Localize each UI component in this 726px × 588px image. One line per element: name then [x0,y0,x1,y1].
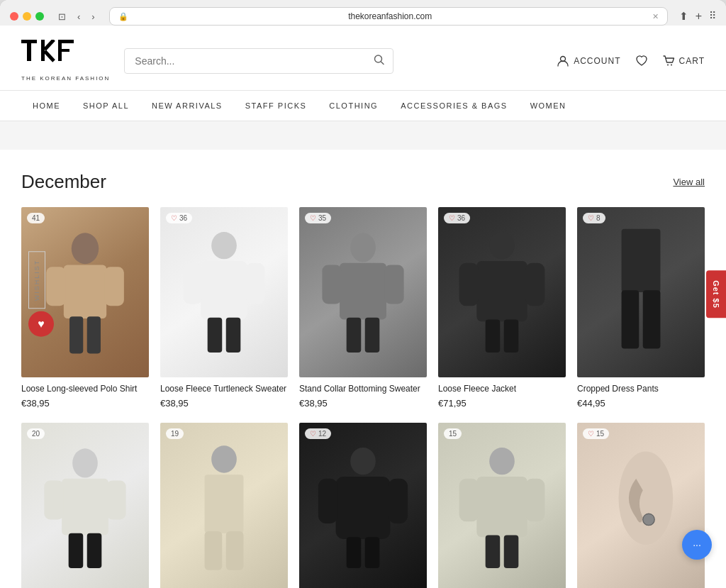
svg-rect-60 [486,535,501,568]
wishlist-heart-button[interactable]: ♥ [28,311,54,337]
svg-rect-49 [226,531,244,570]
svg-rect-23 [208,318,223,353]
address-bar[interactable]: 🔒 thekoreanfashion.com ✕ [109,7,668,26]
svg-rect-53 [389,479,408,523]
product-card-7[interactable]: 19 [160,423,288,588]
svg-rect-58 [459,479,479,521]
product-card-9[interactable]: 15 [438,423,566,588]
svg-rect-52 [318,479,337,523]
product-image-3: ♡ 35 [299,207,427,377]
wishlist-tab[interactable]: WISHLIST [28,251,45,309]
minimize-button[interactable] [23,12,31,21]
product-figure-2 [160,207,288,377]
svg-point-50 [350,448,376,475]
svg-rect-26 [340,263,386,320]
svg-rect-37 [622,229,661,292]
wishlist-badge-6: 20 [27,428,45,439]
svg-rect-51 [336,477,391,539]
wishlist-count-7: 19 [171,430,179,438]
svg-rect-27 [322,265,341,304]
header-actions: ACCOUNT CART [557,55,705,67]
svg-point-19 [211,232,237,259]
svg-rect-2 [41,40,45,61]
svg-rect-24 [226,318,241,353]
wishlist-heart-2: ♡ [171,214,177,222]
cart-label: CART [679,56,705,66]
svg-rect-57 [476,477,527,537]
product-silhouette-7 [173,440,275,576]
svg-rect-43 [106,480,125,519]
product-figure-8 [299,423,427,588]
wishlist-count-3: 35 [318,214,326,222]
svg-rect-22 [245,263,264,304]
product-figure-5 [577,207,705,377]
traffic-lights [10,12,44,21]
cart-link[interactable]: CART [662,55,705,67]
hero-banner [0,121,726,150]
section-header: December View all [21,171,705,193]
window-layout-icon[interactable]: ⊡ [55,10,69,23]
svg-point-13 [72,233,99,264]
svg-rect-41 [62,479,108,536]
svg-rect-54 [347,537,362,568]
svg-point-25 [350,233,376,262]
product-card-10[interactable]: ♡ 15 [577,423,705,588]
maximize-button[interactable] [35,12,44,21]
back-button[interactable]: ‹ [74,10,83,23]
svg-rect-17 [69,316,83,353]
product-figure-7 [160,423,288,588]
close-tab-icon[interactable]: ✕ [652,12,659,21]
svg-rect-21 [183,263,202,304]
logo-icon [21,40,78,74]
svg-rect-1 [27,40,31,61]
svg-rect-30 [365,318,380,353]
product-image-10: ♡ 15 [577,423,705,588]
svg-rect-55 [365,537,380,568]
product-silhouette-9 [451,440,553,576]
share-icon[interactable]: ⬆ [679,10,688,23]
product-card-4[interactable]: ♡ 36 [438,207,566,409]
nav-clothing[interactable]: CLOTHING [318,91,389,121]
nav-accessories-bags[interactable]: ACCESSORIES & BAGS [389,91,518,121]
account-link[interactable]: ACCOUNT [557,55,620,67]
product-card-6[interactable]: 20 [21,423,149,588]
search-input[interactable] [124,48,393,74]
chat-button[interactable]: ··· [682,530,712,560]
product-card-2[interactable]: ♡ 36 [160,207,288,409]
nav-staff-picks[interactable]: STAFF PICKS [234,91,318,121]
search-button[interactable] [374,54,385,67]
forward-button[interactable]: › [89,10,97,23]
close-button[interactable] [10,12,18,21]
svg-rect-14 [64,265,106,318]
product-silhouette-8 [312,440,414,576]
product-card-3[interactable]: ♡ 35 [299,207,427,409]
site-header: The Korean Fashion [0,31,726,91]
svg-rect-61 [504,535,519,568]
logo[interactable]: The Korean Fashion [21,40,110,82]
product-silhouette-2 [173,224,275,360]
svg-point-46 [211,445,237,472]
svg-point-40 [72,448,98,477]
view-all-link[interactable]: View all [673,177,705,187]
product-silhouette-5 [590,224,692,360]
url-display[interactable]: thekoreanfashion.com [133,11,648,21]
wishlist-badge-5: ♡ 8 [583,213,605,223]
promo-button[interactable]: Get $5 [706,270,726,318]
product-card-8[interactable]: ♡ 12 [299,423,427,588]
product-image-9: 15 [438,423,566,588]
nav-shop-all[interactable]: SHOP ALL [72,91,140,121]
search-icon [374,54,385,65]
security-icon: 🔒 [118,12,128,21]
grid-icon[interactable]: ⠿ [709,10,716,23]
wishlist-link[interactable] [635,55,648,67]
nav-women[interactable]: WOMEN [519,91,578,121]
product-name-4: Loose Fleece Jacket [438,383,566,395]
nav-new-arrivals[interactable]: NEW ARRIVALS [140,91,234,121]
new-tab-icon[interactable]: + [696,10,702,23]
product-name-2: Loose Fleece Turtleneck Sweater [160,383,288,395]
browser-actions: ⬆ + ⠿ [679,10,716,23]
nav-home[interactable]: HOME [21,91,72,121]
product-card-5[interactable]: ♡ 8 Cropped Dress Pants €44,95 [577,207,705,409]
product-figure-6 [21,423,149,588]
wishlist-badge-1: 41 [27,213,45,223]
